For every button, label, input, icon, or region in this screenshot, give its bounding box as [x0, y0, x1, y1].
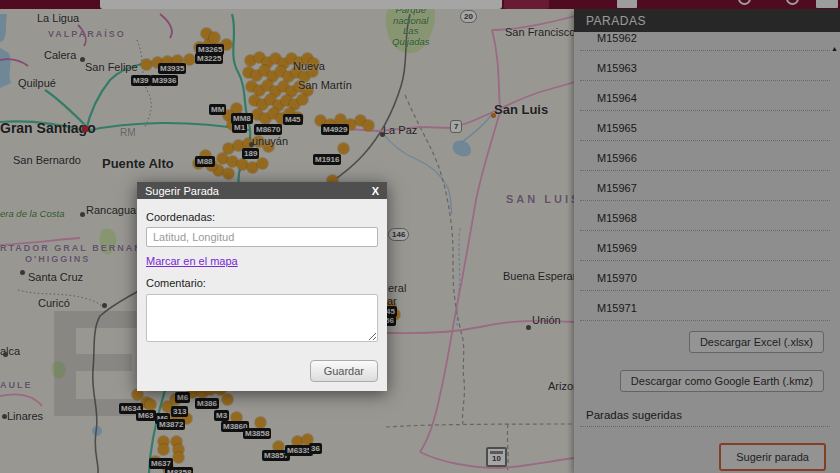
modal-title: Sugerir Parada	[145, 185, 219, 199]
suggest-stop-modal: Sugerir Parada X Coordenadas: Marcar en …	[137, 182, 387, 391]
coordinates-label: Coordenadas:	[146, 211, 378, 223]
modal-body: Coordenadas: Marcar en el mapa Comentari…	[137, 199, 387, 391]
save-button[interactable]: Guardar	[310, 360, 378, 382]
modal-footer: Guardar	[146, 360, 378, 382]
close-icon[interactable]: X	[372, 185, 379, 199]
comment-label: Comentario:	[146, 277, 378, 289]
mark-on-map-link[interactable]: Marcar en el mapa	[146, 255, 238, 267]
comment-textarea[interactable]	[146, 294, 378, 342]
modal-backdrop[interactable]	[0, 0, 840, 473]
coordinates-input[interactable]	[146, 227, 378, 247]
modal-header: Sugerir Parada X	[137, 182, 387, 199]
